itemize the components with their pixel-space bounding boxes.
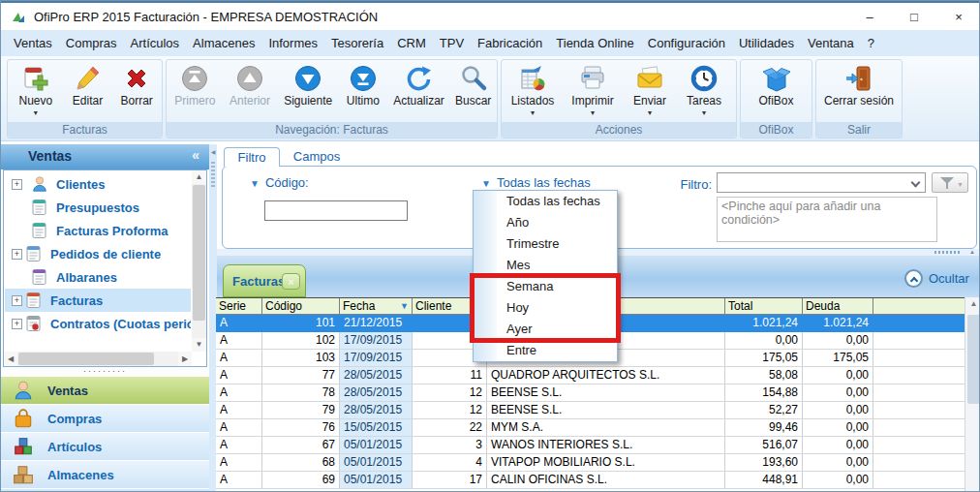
expand-plus-icon[interactable]: + [12, 179, 22, 190]
tree-item-facturas[interactable]: + Facturas [5, 289, 191, 312]
close-icon[interactable]: × [282, 273, 300, 290]
menu-item-crm[interactable]: CRM [390, 30, 433, 56]
fechas-filter-dropdown[interactable]: ▼Todas las fechas [481, 175, 591, 190]
results-tab-facturas[interactable]: Facturas × [223, 264, 306, 297]
edit-pencil-icon [73, 64, 102, 93]
dropdown-arrow-icon: ▼ [481, 178, 491, 189]
tree-vertical-scrollbar[interactable]: ▲ ▼ [192, 170, 206, 352]
codigo-input[interactable] [264, 200, 408, 221]
expand-plus-icon[interactable]: + [12, 295, 22, 306]
warehouse-boxes-icon [13, 464, 34, 485]
buscar-button[interactable]: Buscar [450, 62, 496, 124]
sidebar-section-ventas[interactable]: Ventas [1, 377, 209, 405]
table-vertical-scrollbar[interactable]: ▲ [965, 297, 980, 492]
menu-item-utilidades[interactable]: Utilidades [732, 30, 801, 56]
minimize-button[interactable]: – [853, 5, 886, 30]
scroll-up-icon[interactable]: ▲ [192, 170, 206, 184]
anterior-button[interactable]: Anterior [223, 62, 278, 124]
editar-button[interactable]: Editar [63, 62, 113, 124]
menu-item-articulos[interactable]: Artículos [124, 30, 187, 56]
imprimir-button[interactable]: Imprimir ▾ [563, 62, 623, 124]
collapse-left-icon[interactable]: ◀ [209, 148, 217, 155]
dropdown-caret-icon: ▾ [531, 109, 535, 117]
menu-item-compras[interactable]: Compras [59, 30, 124, 56]
borrar-button[interactable]: Borrar [112, 62, 161, 124]
close-button[interactable]: × [942, 5, 975, 30]
siguiente-button[interactable]: Siguiente [277, 62, 339, 124]
tree-item-presupuestos[interactable]: Presupuestos [5, 196, 191, 219]
column-header-serie[interactable]: Serie [216, 298, 262, 314]
actualizar-button[interactable]: Actualizar [387, 62, 451, 124]
menu-option-ano[interactable]: Año [506, 212, 529, 233]
tree-item-pedidos-de-cliente[interactable]: + Pedidos de cliente [5, 242, 191, 265]
maximize-button[interactable]: □ [898, 5, 931, 30]
column-header-codigo[interactable]: Código [262, 298, 340, 314]
menu-option-trimestre[interactable]: Trimestre [506, 233, 559, 255]
menu-item-tienda-online[interactable]: Tienda Online [549, 30, 640, 56]
tab-campos[interactable]: Campos [286, 147, 348, 167]
table-row[interactable]: A 76 15/05/2015 22 MYM S.A. 99,46 0,00 [216, 419, 965, 437]
table-row[interactable]: A 69 05/01/2015 17 CALIN OFICINAS S.L. 4… [216, 472, 965, 489]
table-row[interactable]: A 67 05/01/2015 3 WANOS INTERIORES S.L. … [216, 437, 965, 454]
expand-plus-icon[interactable]: + [12, 249, 22, 260]
filter-condition-box[interactable]: <Pinche aquí para añadir una condición> [717, 197, 937, 242]
sidebar-resize-handle[interactable]: ········· [1, 367, 209, 377]
column-header-fecha[interactable]: Fecha▼ [340, 298, 413, 314]
menu-item-ventas[interactable]: Ventas [7, 30, 59, 56]
menu-item-informes[interactable]: Informes [261, 30, 324, 56]
table-row[interactable]: A 79 28/05/2015 12 BEENSE S.L. 52,27 0,0… [216, 402, 965, 419]
tree-item-clientes[interactable]: + Clientes [5, 172, 191, 196]
table-row[interactable]: A 77 28/05/2015 11 QUADROP ARQUITECTOS S… [216, 367, 965, 384]
tree-item-facturas-proforma[interactable]: Facturas Proforma [5, 219, 191, 242]
next-record-icon [293, 64, 322, 93]
primero-button[interactable]: Primero [168, 62, 223, 124]
tab-filtro[interactable]: Filtro [224, 147, 280, 167]
enviar-button[interactable]: Enviar ▾ [623, 62, 677, 124]
group-label-ofibox: OfiBox [741, 122, 812, 138]
menu-item-ayuda[interactable]: ? [861, 30, 881, 56]
sidebar-section-almacenes[interactable]: Almacenes [1, 461, 209, 489]
menu-option-todas-las-fechas[interactable]: Todas las fechas [506, 191, 600, 212]
refresh-icon [404, 64, 433, 93]
sidebar-tree: + Clientes Presupuestos Facturas Proform… [3, 169, 207, 367]
listados-button[interactable]: Listados ▾ [503, 62, 563, 124]
send-mail-icon [635, 64, 664, 93]
tree-horizontal-scrollbar[interactable]: ◀ ▶ [4, 352, 192, 366]
ofibox-button[interactable]: OfiBox [743, 62, 811, 124]
menu-item-fabricacion[interactable]: Fabricación [471, 30, 549, 56]
scroll-up-icon[interactable]: ▲ [965, 299, 980, 308]
filtro-label: Filtro: [671, 177, 712, 192]
sidebar-section-compras[interactable]: Compras [1, 405, 209, 433]
menu-option-entre[interactable]: Entre [506, 340, 536, 361]
dropdown-arrow-icon: ▼ [250, 178, 260, 189]
scroll-down-icon[interactable]: ▼ [192, 338, 206, 352]
scroll-left-icon[interactable]: ◀ [4, 352, 17, 366]
tree-item-albaranes[interactable]: Albaranes [5, 265, 191, 289]
reports-icon [518, 64, 547, 93]
expand-plus-icon[interactable]: + [12, 319, 22, 329]
collapse-up-icon[interactable]: ▲ [969, 249, 975, 255]
tareas-button[interactable]: Tareas ▾ [677, 62, 731, 124]
table-row[interactable]: A 78 28/05/2015 12 BEENSE S.L. 154,88 0,… [216, 384, 965, 402]
menu-item-almacenes[interactable]: Almacenes [186, 30, 261, 56]
menu-item-ventana[interactable]: Ventana [801, 30, 861, 56]
ultimo-button[interactable]: Ultimo [339, 62, 387, 124]
menu-item-configuracion[interactable]: Configuración [641, 30, 732, 56]
column-header-deuda[interactable]: Deuda [803, 298, 873, 314]
menu-item-tesoreria[interactable]: Tesorería [324, 30, 390, 56]
ocultar-button[interactable]: Ocultar [904, 269, 969, 288]
menu-item-tpv[interactable]: TPV [433, 30, 471, 56]
collapse-sidebar-icon[interactable]: « [192, 147, 199, 163]
sidebar-section-articulos[interactable]: Artículos [1, 433, 209, 461]
column-header-total[interactable]: Total [725, 298, 803, 314]
nuevo-button[interactable]: Nuevo ▾ [9, 62, 63, 124]
scroll-right-icon[interactable]: ▶ [178, 352, 192, 366]
cerrar-sesion-button[interactable]: Cerrar sesión [817, 62, 901, 124]
table-row[interactable]: A 68 05/01/2015 4 VITAPOP MOBILIARIO S.L… [216, 454, 965, 472]
app-window: OfiPro ERP 2015 Facturación - EMPRESA DE… [0, 0, 980, 492]
apply-filter-button[interactable]: ▼ [932, 172, 968, 193]
group-label-salir: Salir [816, 122, 902, 138]
codigo-filter-dropdown[interactable]: ▼Código: [250, 175, 309, 190]
filtro-combobox[interactable] [717, 172, 926, 193]
tree-item-contratos[interactable]: + Contratos (Cuotas periódica [5, 312, 191, 335]
